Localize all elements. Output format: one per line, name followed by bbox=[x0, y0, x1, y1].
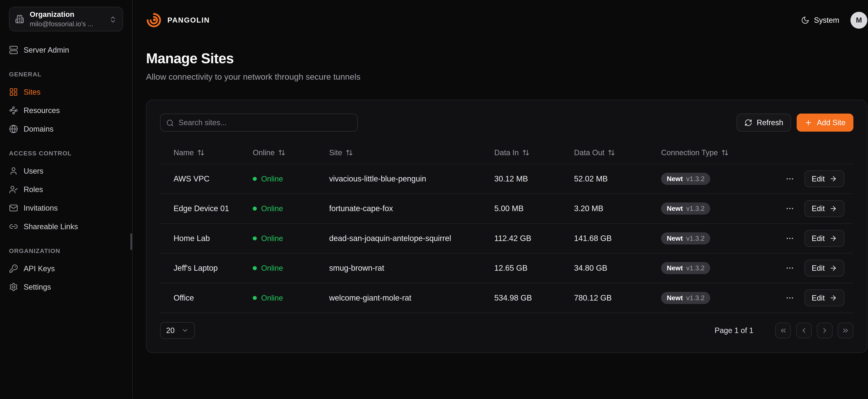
refresh-icon bbox=[744, 119, 752, 127]
pangolin-logo bbox=[146, 12, 162, 28]
column-label: Name bbox=[174, 148, 194, 157]
name-cell: Office bbox=[174, 294, 253, 303]
topbar: PANGOLIN System M bbox=[133, 0, 868, 40]
row-actions-button[interactable] bbox=[783, 232, 797, 245]
next-page-button[interactable] bbox=[817, 323, 833, 338]
column-header-data-in[interactable]: Data In bbox=[494, 148, 574, 157]
ellipsis-icon bbox=[785, 234, 795, 243]
sidebar-item-settings[interactable]: Settings bbox=[9, 279, 123, 296]
status-dot bbox=[253, 296, 257, 300]
column-header-name[interactable]: Name bbox=[174, 148, 253, 157]
online-status: Online bbox=[253, 264, 329, 272]
site-cell: welcome-giant-mole-rat bbox=[329, 294, 494, 303]
theme-toggle[interactable]: System bbox=[801, 16, 839, 25]
row-actions-button[interactable] bbox=[783, 172, 797, 186]
data-out-cell: 141.68 GB bbox=[574, 234, 661, 243]
connection-client: Newt bbox=[667, 264, 683, 272]
sidebar-item-invitations[interactable]: Invitations bbox=[9, 200, 123, 216]
site-cell: fortunate-cape-fox bbox=[329, 204, 494, 213]
column-header-data-out[interactable]: Data Out bbox=[574, 148, 661, 157]
table-row: Edge Device 01 Online fortunate-cape-fox… bbox=[160, 194, 854, 224]
edit-button[interactable]: Edit bbox=[804, 200, 844, 217]
connection-badge: Newtv1.3.2 bbox=[661, 173, 710, 185]
sidebar-item-label: API Keys bbox=[24, 264, 55, 273]
table-row: Office Online welcome-giant-mole-rat 534… bbox=[160, 283, 854, 313]
org-selector-value: milo@fossorial.io's ... bbox=[30, 20, 103, 28]
card-toolbar: Refresh Add Site bbox=[160, 114, 854, 132]
link-icon bbox=[9, 222, 18, 231]
data-in-cell: 30.12 MB bbox=[494, 174, 574, 183]
chevrons-up-down-icon bbox=[109, 15, 117, 23]
sidebar-item-label: Sites bbox=[24, 88, 40, 96]
sidebar-item-resources[interactable]: Resources bbox=[9, 102, 123, 119]
connection-client: Newt bbox=[667, 235, 683, 242]
online-status-label: Online bbox=[261, 294, 283, 302]
column-header-site[interactable]: Site bbox=[329, 148, 494, 157]
ellipsis-icon bbox=[785, 264, 795, 273]
section-label-access-control: ACCESS CONTROL bbox=[9, 150, 123, 157]
online-status: Online bbox=[253, 294, 329, 302]
app-root: Organization milo@fossorial.io's ... Ser… bbox=[0, 0, 868, 399]
connection-badge: Newtv1.3.2 bbox=[661, 292, 710, 304]
pager: Page 1 of 1 bbox=[715, 323, 853, 338]
chevron-down-icon bbox=[181, 327, 189, 334]
column-label: Data Out bbox=[574, 148, 604, 157]
edit-button[interactable]: Edit bbox=[804, 230, 844, 247]
status-dot bbox=[253, 207, 257, 211]
search-box bbox=[160, 114, 358, 132]
row-actions-button[interactable] bbox=[783, 262, 797, 275]
sidebar-item-label: Resources bbox=[24, 106, 60, 115]
org-selector[interactable]: Organization milo@fossorial.io's ... bbox=[9, 7, 123, 31]
user-check-icon bbox=[9, 185, 18, 194]
edit-button[interactable]: Edit bbox=[804, 260, 844, 277]
sidebar-item-label: Shareable Links bbox=[24, 222, 78, 231]
table-row: AWS VPC Online vivacious-little-blue-pen… bbox=[160, 164, 854, 194]
sidebar-item-api-keys[interactable]: API Keys bbox=[9, 260, 123, 277]
sidebar-scrollbar[interactable] bbox=[130, 233, 132, 250]
refresh-button[interactable]: Refresh bbox=[737, 114, 791, 132]
edit-button[interactable]: Edit bbox=[804, 170, 844, 187]
sidebar-item-roles[interactable]: Roles bbox=[9, 181, 123, 198]
org-selector-text: Organization milo@fossorial.io's ... bbox=[30, 9, 103, 28]
sidebar-item-sites[interactable]: Sites bbox=[9, 84, 123, 100]
sites-card: Refresh Add Site Name bbox=[146, 100, 867, 353]
row-actions-button[interactable] bbox=[783, 202, 797, 215]
data-out-cell: 3.20 MB bbox=[574, 204, 661, 213]
sidebar-item-label: Settings bbox=[24, 283, 51, 291]
column-header-connection-type[interactable]: Connection Type bbox=[661, 148, 779, 157]
online-status-label: Online bbox=[261, 264, 283, 272]
sidebar-item-users[interactable]: Users bbox=[9, 162, 123, 179]
brand[interactable]: PANGOLIN bbox=[146, 12, 210, 28]
globe-icon bbox=[9, 124, 18, 133]
column-label: Site bbox=[329, 148, 342, 157]
arrow-right-icon bbox=[829, 264, 837, 272]
sidebar-item-domains[interactable]: Domains bbox=[9, 121, 123, 137]
last-page-button[interactable] bbox=[838, 323, 854, 338]
sidebar-item-shareable-links[interactable]: Shareable Links bbox=[9, 218, 123, 235]
edit-button-label: Edit bbox=[812, 175, 825, 183]
search-icon bbox=[166, 119, 174, 127]
row-actions-button[interactable] bbox=[783, 291, 797, 305]
avatar[interactable]: M bbox=[850, 12, 867, 29]
search-input[interactable] bbox=[179, 118, 352, 127]
main-area: PANGOLIN System M Manage Sites Allow con… bbox=[133, 0, 868, 399]
add-site-button[interactable]: Add Site bbox=[797, 114, 853, 132]
prev-page-button[interactable] bbox=[796, 323, 812, 338]
edit-button[interactable]: Edit bbox=[804, 289, 844, 306]
section-label-general: GENERAL bbox=[9, 71, 123, 78]
sidebar-item-server-admin[interactable]: Server Admin bbox=[9, 41, 123, 58]
column-header-online[interactable]: Online bbox=[253, 148, 329, 157]
name-cell: AWS VPC bbox=[174, 174, 253, 183]
connection-cell: Newtv1.3.2 bbox=[661, 292, 779, 304]
name-cell: Home Lab bbox=[174, 234, 253, 243]
grid-icon bbox=[9, 88, 18, 96]
page-size-select[interactable]: 20 bbox=[160, 322, 195, 339]
section-label-organization: ORGANIZATION bbox=[9, 247, 123, 254]
connection-client: Newt bbox=[667, 205, 683, 212]
connection-version: v1.3.2 bbox=[686, 205, 705, 212]
chevron-right-icon bbox=[821, 327, 829, 334]
status-dot bbox=[253, 177, 257, 181]
connection-badge: Newtv1.3.2 bbox=[661, 232, 710, 244]
first-page-button[interactable] bbox=[775, 323, 791, 338]
arrow-right-icon bbox=[829, 205, 837, 213]
